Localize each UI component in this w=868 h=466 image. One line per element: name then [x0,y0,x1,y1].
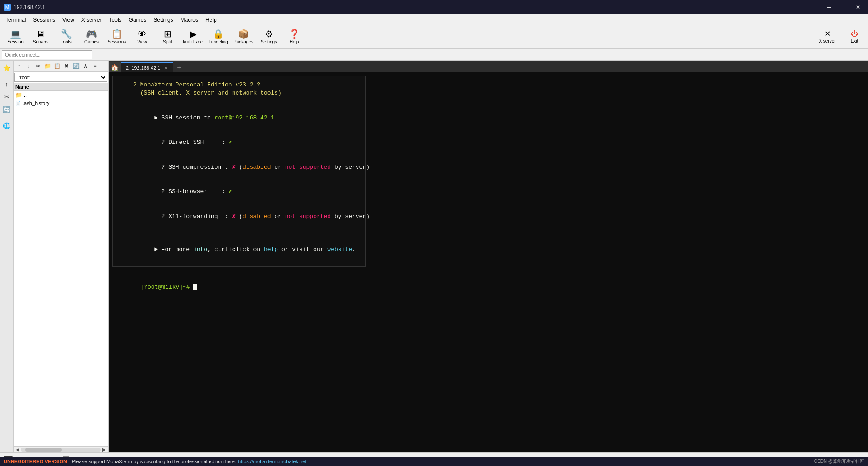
ssh-session-header: ► SSH session to root@192.168.42.1 [119,106,359,131]
path-bar: /root/ [14,72,108,83]
ssh-compression-row: ? SSH compression : ✘ (disabled or not s… [119,155,359,180]
menu-macros[interactable]: Macros [177,14,202,25]
toolbar-servers[interactable]: 🖥 Servers [29,27,52,47]
path-input[interactable]: /root/ [14,73,107,82]
settings-icon: ⚙ [265,29,273,38]
sidebar-icon-edit[interactable]: ✂ [1,91,12,102]
sidebar-icon-network[interactable]: 🌐 [1,120,12,131]
status-right: CSDN @算能开发者社区 [814,458,864,465]
toolbar-tunneling[interactable]: 🔒 Tunneling [206,27,230,47]
hscroll-right-arrow[interactable]: ▶ [101,447,107,452]
restore-button[interactable]: □ [837,3,850,12]
menu-sessions[interactable]: Sessions [29,14,59,25]
file-name-ash-history: .ash_history [23,100,106,106]
terminal-area[interactable]: ? MobaXterm Personal Edition v23.2 ? (SS… [109,72,868,452]
file-tool-newfolder[interactable]: 📁 [43,62,52,71]
toolbar-split[interactable]: ⊞ Split [156,27,179,47]
toolbar-servers-label: Servers [33,39,48,44]
banner-line2: (SSH client, X server and network tools) [119,89,359,97]
toolbar-exit-label: Exit [851,38,858,43]
toolbar-multiexec[interactable]: ▶ MultiExec [181,27,205,47]
help-link[interactable]: help [264,246,278,253]
toolbar-multiexec-label: MultiExec [183,39,202,44]
hscroll-left-arrow[interactable]: ◀ [14,447,21,452]
toolbar-view-label: View [137,39,147,44]
window-controls: ─ □ ✕ [823,3,864,12]
toolbar-help[interactable]: ❓ Help [282,27,306,47]
toolbar-settings-label: Settings [261,39,277,44]
toolbar-session[interactable]: 💻 Session [4,27,27,47]
exit-icon: ⏻ [851,30,858,38]
tunneling-icon: 🔒 [213,29,224,38]
prompt-space [190,284,194,290]
file-tool-refresh[interactable]: 🔄 [72,62,81,71]
terminal-prompt: [root@milkv]~# [112,275,864,300]
sidebar-icon-refresh[interactable]: 🔄 [1,104,12,115]
file-tool-download[interactable]: ↓ [24,62,33,71]
file-header: Name [14,83,108,91]
toolbar-view[interactable]: 👁 View [130,27,154,47]
toolbar-settings[interactable]: ⚙ Settings [257,27,281,47]
menu-terminal[interactable]: Terminal [2,14,29,25]
direct-ssh-row: ? Direct SSH : ✔ [119,130,359,155]
menu-settings[interactable]: Settings [150,14,176,25]
toolbar-sessions-label: Sessions [108,39,126,44]
status-bar: UNREGISTERED VERSION - Please support Mo… [0,457,868,466]
toolbar-split-label: Split [163,39,172,44]
toolbar-exit[interactable]: ⏻ Exit [844,27,864,47]
sessions-icon: 📋 [111,29,123,38]
file-name-dotdot: .. [24,92,106,98]
minimize-button[interactable]: ─ [823,3,835,12]
file-list[interactable]: 📁 .. 📄 .ash_history [14,91,108,446]
close-button[interactable]: ✕ [852,3,864,12]
toolbar-separator [310,29,310,45]
toolbar-games[interactable]: 🎮 Games [80,27,103,47]
unregistered-text: UNREGISTERED VERSION [4,459,67,464]
toolbar-tools-label: Tools [61,39,71,44]
toolbar-xserver[interactable]: ✕ X server [814,27,841,47]
sidebar-icon-transfer[interactable]: ↕ [1,79,12,90]
terminal-cursor [193,284,197,290]
new-tab-button[interactable]: + [173,62,184,72]
menu-view[interactable]: View [59,14,78,25]
menu-help[interactable]: Help [202,14,220,25]
menu-games[interactable]: Games [125,14,150,25]
more-info-row: ► For more info, ctrl+click on help or v… [119,238,359,262]
menu-xserver[interactable]: X server [78,14,105,25]
view-icon: 👁 [138,29,147,38]
hscroll-bar: ◀ ▶ [14,446,108,452]
status-middle-text: - Please support MobaXterm by subscribin… [69,459,236,464]
file-tool-properties[interactable]: ≡ [91,62,100,71]
sidebar-icons: ⭐ ↕ ✂ 🔄 🌐 [0,61,14,452]
file-tool-upload[interactable]: ↑ [14,62,24,71]
spacer2 [119,229,359,237]
tab-close-button[interactable]: ✕ [163,66,168,71]
hscroll-track[interactable] [21,448,101,452]
file-tool-paste[interactable]: 📋 [52,62,62,71]
toolbar-games-label: Games [84,39,99,44]
mobatek-link[interactable]: https://mobaxterm.mobatek.net [238,459,307,464]
file-ash-icon: 📄 [15,101,21,106]
menu-tools[interactable]: Tools [105,14,125,25]
tab-home[interactable]: 🏠 [109,62,121,72]
toolbar-tools[interactable]: 🔧 Tools [54,27,78,47]
file-row-dotdot[interactable]: 📁 .. [14,91,108,99]
website-link[interactable]: website [327,246,352,253]
title-bar: M 192.168.42.1 ─ □ ✕ [0,0,868,14]
sidebar-icon-star[interactable]: ⭐ [1,62,12,73]
file-tool-rename[interactable]: A [81,62,90,71]
toolbar-session-label: Session [7,39,24,44]
games-icon: 🎮 [86,29,97,38]
file-tool-cut[interactable]: ✂ [33,62,43,71]
toolbar: 💻 Session 🖥 Servers 🔧 Tools 🎮 Games 📋 Se… [0,25,868,49]
quick-connect-input[interactable] [2,50,92,59]
hscroll-thumb [25,448,62,452]
toolbar-packages[interactable]: 📦 Packages [232,27,255,47]
split-icon: ⊞ [164,29,172,38]
file-row-ash-history[interactable]: 📄 .ash_history [14,99,108,107]
tab-192-168-42-1[interactable]: 2. 192.168.42.1 ✕ [121,62,173,72]
ssh-browser-row: ? SSH-browser : ✔ [119,180,359,204]
toolbar-sessions[interactable]: 📋 Sessions [105,27,129,47]
file-tool-delete[interactable]: ✖ [62,62,71,71]
toolbar-help-label: Help [290,39,299,44]
